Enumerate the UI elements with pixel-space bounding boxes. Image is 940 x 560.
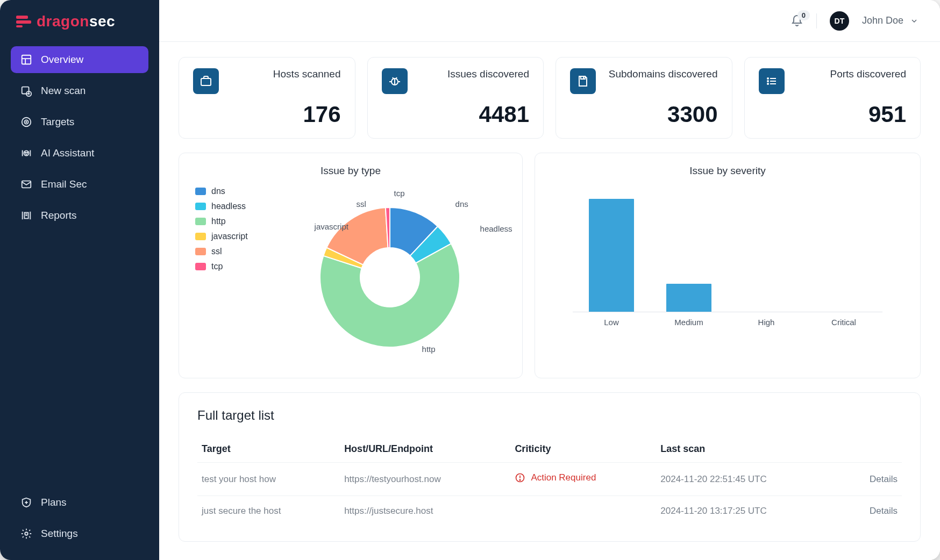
legend-item: dns	[195, 186, 248, 196]
swatch-icon	[195, 263, 206, 270]
stat-label: Issues discovered	[447, 68, 529, 80]
ai-assistant-icon	[20, 147, 32, 159]
sidebar-item-targets[interactable]: Targets	[11, 109, 148, 135]
legend-item: javascript	[195, 232, 248, 241]
legend-item: tcp	[195, 262, 248, 271]
cell-target: just secure the host	[197, 496, 340, 527]
svg-point-40	[520, 479, 521, 480]
stat-card-ports: Ports discovered 951	[744, 57, 921, 139]
app-shell: dragonsec Overview New scan Targets AI A…	[0, 0, 940, 560]
sidebar-item-settings[interactable]: Settings	[11, 520, 148, 547]
save-icon	[570, 68, 596, 94]
svg-point-14	[25, 152, 26, 153]
svg-rect-1	[16, 20, 31, 24]
stat-value: 951	[759, 102, 907, 127]
swatch-icon	[195, 203, 206, 210]
reports-icon	[20, 210, 32, 221]
sidebar-item-new-scan[interactable]: New scan	[11, 77, 148, 104]
details-link[interactable]: Details	[843, 496, 902, 527]
main-area: 0 DT John Doe Hosts scanned 176	[159, 0, 940, 560]
issue-by-severity-panel: Issue by severity LowMediumHighCritical	[535, 153, 921, 378]
brand-mark-icon	[16, 16, 31, 27]
donut-chart: tcp ssl javascript dns headless http	[261, 183, 506, 366]
bar-label: Critical	[821, 318, 866, 327]
sidebar-item-plans[interactable]: Plans	[11, 489, 148, 516]
panel-title: Issue by severity	[551, 165, 904, 177]
divider	[816, 13, 817, 28]
col-last-scan: Last scan	[656, 436, 842, 463]
bar-label: Low	[589, 318, 634, 327]
swatch-icon	[195, 188, 206, 195]
details-link[interactable]: Details	[843, 463, 902, 496]
alert-circle-icon	[515, 472, 525, 483]
slice-label: headless	[480, 224, 512, 233]
brand-logo: dragonsec	[11, 13, 148, 30]
stat-card-subdomains: Subdomains discovered 3300	[556, 57, 732, 139]
svg-point-36	[767, 81, 768, 82]
sidebar-item-label: Email Sec	[41, 178, 87, 190]
sidebar-item-overview[interactable]: Overview	[11, 46, 148, 73]
stat-label: Ports discovered	[830, 68, 906, 80]
sidebar-item-ai-assistant[interactable]: AI Assistant	[11, 140, 148, 167]
col-target: Target	[197, 436, 340, 463]
stat-cards: Hosts scanned 176 Issues discovered 4481…	[179, 57, 921, 139]
slice-label: dns	[455, 199, 468, 209]
slice-label: ssl	[357, 199, 366, 209]
secondary-nav: Plans Settings	[11, 489, 148, 547]
stat-label: Subdomains discovered	[609, 68, 718, 80]
sidebar-item-label: Reports	[41, 210, 77, 221]
sidebar-item-label: Plans	[41, 497, 67, 508]
svg-point-15	[27, 152, 28, 153]
bar	[666, 284, 711, 312]
col-host: Host/URL/Endpoint	[340, 436, 510, 463]
svg-rect-2	[16, 25, 23, 27]
notifications-button[interactable]: 0	[791, 15, 803, 27]
avatar[interactable]: DT	[830, 11, 849, 31]
slice-label: javascript	[315, 222, 348, 231]
bar-label: High	[744, 318, 789, 327]
svg-point-22	[25, 532, 28, 535]
settings-icon	[20, 528, 32, 540]
svg-rect-23	[201, 78, 211, 85]
legend-item: ssl	[195, 247, 248, 256]
legend-item: headless	[195, 202, 248, 211]
cell-criticity: Action Required	[510, 463, 656, 496]
plans-icon	[20, 497, 32, 508]
table-row: test your host how https://testyourhost.…	[197, 463, 902, 496]
bar	[589, 199, 634, 312]
cell-last-scan: 2024-11-20 13:17:25 UTC	[656, 496, 842, 527]
issue-by-type-panel: Issue by type dns headless http javascri…	[179, 153, 523, 378]
swatch-icon	[195, 218, 206, 225]
topbar: 0 DT John Doe	[159, 0, 940, 42]
sidebar-item-email-sec[interactable]: Email Sec	[11, 171, 148, 198]
targets-table-panel: Full target list Target Host/URL/Endpoin…	[179, 392, 921, 542]
targets-table: Target Host/URL/Endpoint Criticity Last …	[197, 436, 902, 526]
stat-value: 4481	[382, 102, 530, 127]
svg-rect-0	[16, 16, 28, 19]
swatch-icon	[195, 233, 206, 240]
stat-value: 176	[193, 102, 341, 127]
sidebar-item-label: New scan	[41, 85, 86, 97]
legend-item: http	[195, 217, 248, 226]
stat-card-hosts: Hosts scanned 176	[179, 57, 355, 139]
sidebar-item-reports[interactable]: Reports	[11, 202, 148, 229]
sidebar-item-label: Targets	[41, 116, 74, 128]
bug-icon	[382, 68, 408, 94]
slice-label: http	[422, 344, 436, 354]
stat-value: 3300	[570, 102, 718, 127]
sidebar-item-label: AI Assistant	[41, 147, 94, 159]
table-title: Full target list	[197, 408, 902, 423]
sidebar: dragonsec Overview New scan Targets AI A…	[0, 0, 159, 560]
bar-label: Medium	[666, 318, 711, 327]
email-sec-icon	[20, 178, 32, 190]
cell-last-scan: 2024-11-20 22:51:45 UTC	[656, 463, 842, 496]
swatch-icon	[195, 248, 206, 255]
list-icon	[759, 68, 785, 94]
overview-icon	[20, 54, 32, 66]
svg-point-12	[26, 121, 27, 123]
user-menu[interactable]: John Doe	[862, 15, 918, 26]
new-scan-icon	[20, 85, 32, 97]
svg-point-35	[767, 78, 768, 79]
col-criticity: Criticity	[510, 436, 656, 463]
charts-row: Issue by type dns headless http javascri…	[179, 153, 921, 378]
